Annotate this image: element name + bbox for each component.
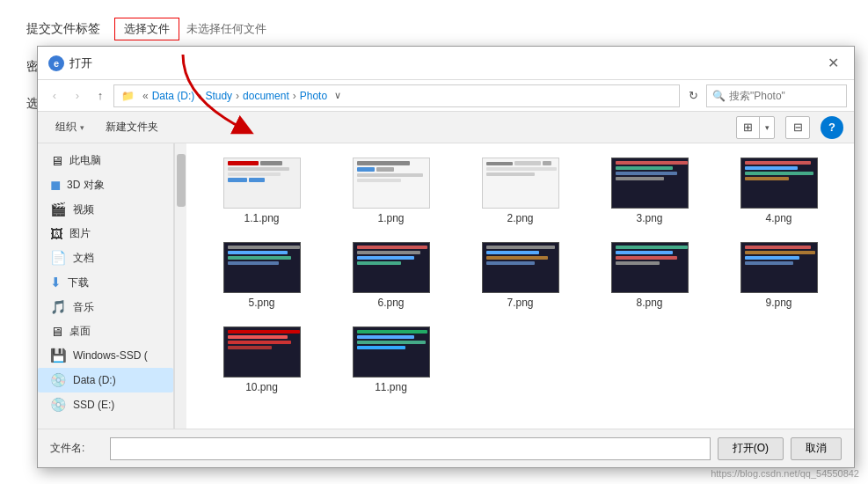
sidebar-label-desktop: 桌面 [69,324,91,339]
dialog-body: 🖥 此电脑 ◼ 3D 对象 🎬 视频 🖼 图片 📄 文档 ⬇ 下载 [38,143,854,429]
file-item-8[interactable]: 8.png [587,237,712,314]
scrollbar-thumb[interactable] [177,154,186,207]
forward-button[interactable]: › [68,86,87,106]
open-file-dialog: e 打开 ✕ ‹ › ↑ 📁 « Data (D:) › Study › doc… [37,46,855,468]
breadcrumb: 📁 « Data (D:) › Study › document › Photo… [113,84,680,107]
refresh-button[interactable]: ↻ [683,86,703,106]
back-button[interactable]: ‹ [45,86,64,106]
pictures-icon: 🖼 [50,226,63,241]
sidebar-item-3d[interactable]: ◼ 3D 对象 [38,172,173,197]
content-area-wrapper: 1.1.png [174,143,854,429]
thumbnail-1-1 [223,158,301,209]
thumbnail-11 [353,326,430,378]
open-button[interactable]: 打开(O) [718,437,784,460]
file-item-1-1[interactable]: 1.1.png [199,152,325,230]
file-item-9[interactable]: 9.png [716,237,842,314]
sidebar: 🖥 此电脑 ◼ 3D 对象 🎬 视频 🖼 图片 📄 文档 ⬇ 下载 [38,143,174,429]
filename-input[interactable] [110,437,711,460]
file-item-10[interactable]: 10.png [199,321,325,399]
file-item-5[interactable]: 5.png [199,237,325,314]
sidebar-item-windows-ssd[interactable]: 💾 Windows-SSD ( [38,343,173,368]
search-icon: 🔍 [712,90,726,102]
file-item-11[interactable]: 11.png [328,321,454,399]
breadcrumb-document[interactable]: document [243,90,289,102]
filename-8: 8.png [636,297,662,309]
sidebar-item-music[interactable]: 🎵 音乐 [38,295,173,319]
filename-7: 7.png [507,297,533,309]
view-toggle-button[interactable]: ⊞ ▾ [736,116,775,139]
thumbnail-7 [482,242,559,293]
sidebar-item-data-d[interactable]: 💿 Data (D:) [38,368,173,392]
file-item-2[interactable]: 2.png [457,152,583,230]
file-item-6[interactable]: 6.png [328,237,454,314]
dialog-close-button[interactable]: ✕ [822,53,843,74]
filename-label: 文件名: [50,441,103,456]
filename-9: 9.png [765,297,791,309]
thumbnail-1 [353,158,430,209]
no-file-text: 未选择任何文件 [186,21,266,37]
dialog-bottom-bar: 文件名: 打开(O) 取消 [38,429,854,467]
file-item-1[interactable]: 1.png [328,152,454,230]
downloads-icon: ⬇ [50,275,62,290]
thumbnail-3 [611,158,689,209]
sidebar-item-documents[interactable]: 📄 文档 [38,246,173,270]
filename-5: 5.png [248,297,274,309]
thumbnail-5 [223,242,301,293]
file-item-4[interactable]: 4.png [716,152,842,230]
filename-10: 10.png [245,381,278,393]
sidebar-label-windows-ssd: Windows-SSD ( [73,349,148,362]
up-button[interactable]: ↑ [91,86,110,106]
data-d-icon: 💿 [50,372,67,388]
breadcrumb-photo[interactable]: Photo [300,90,327,102]
thumbnail-2 [482,158,559,209]
thumbnail-10 [223,326,301,378]
choose-file-button[interactable]: 选择文件 [114,18,179,40]
search-box[interactable]: 🔍 [706,84,847,107]
sidebar-item-videos[interactable]: 🎬 视频 [38,197,173,222]
filename-2: 2.png [507,212,533,224]
sidebar-label-this-pc: 此电脑 [69,153,101,168]
toolbar: 组织 ▾ 新建文件夹 ⊞ ▾ ⊟ ? [38,112,854,143]
tag-label: 提交文件标签 [26,21,114,37]
sidebar-item-ssd-e[interactable]: 💿 SSD (E:) [38,392,173,417]
breadcrumb-study[interactable]: Study [205,90,232,102]
sidebar-label-music: 音乐 [73,300,94,315]
vertical-scrollbar[interactable] [174,143,186,429]
dialog-titlebar: e 打开 ✕ [38,47,854,80]
sidebar-label-3d: 3D 对象 [67,178,105,193]
address-bar: ‹ › ↑ 📁 « Data (D:) › Study › document ›… [38,80,854,112]
preview-panel-button[interactable]: ⊟ [785,116,810,139]
this-pc-icon: 🖥 [50,153,63,168]
filename-1: 1.png [377,212,404,224]
cancel-button[interactable]: 取消 [791,437,842,460]
breadcrumb-folder-icon: 📁 [121,90,135,102]
sidebar-label-data-d: Data (D:) [73,374,116,386]
sidebar-label-downloads: 下载 [68,275,89,290]
view-dropdown-arrow[interactable]: ▾ [760,116,774,139]
new-folder-button[interactable]: 新建文件夹 [98,117,165,137]
file-item-3[interactable]: 3.png [587,152,712,230]
breadcrumb-chevron[interactable]: ∨ [334,90,341,101]
documents-icon: 📄 [50,250,67,266]
view-grid-icon[interactable]: ⊞ [737,116,760,139]
sidebar-label-videos: 视频 [73,202,94,217]
file-grid: 1.1.png [186,143,854,429]
tag-row: 提交文件标签 选择文件 未选择任何文件 [26,18,842,40]
organize-button[interactable]: 组织 ▾ [48,117,91,137]
sidebar-label-ssd-e: SSD (E:) [73,399,114,411]
thumbnail-8 [611,242,689,293]
file-item-7[interactable]: 7.png [457,237,583,314]
music-icon: 🎵 [50,299,67,315]
help-button[interactable]: ? [821,116,843,139]
breadcrumb-data[interactable]: Data (D:) [152,90,195,102]
sidebar-item-this-pc[interactable]: 🖥 此电脑 [38,149,173,172]
sidebar-item-desktop[interactable]: 🖥 桌面 [38,319,173,343]
windows-ssd-icon: 💾 [50,348,67,363]
sidebar-item-downloads[interactable]: ⬇ 下载 [38,270,173,295]
search-input[interactable] [729,90,841,102]
sidebar-item-pictures[interactable]: 🖼 图片 [38,222,173,246]
ssd-e-icon: 💿 [50,397,67,413]
filename-1-1: 1.1.png [244,212,279,224]
thumbnail-4 [740,158,818,209]
filename-4: 4.png [765,212,791,224]
